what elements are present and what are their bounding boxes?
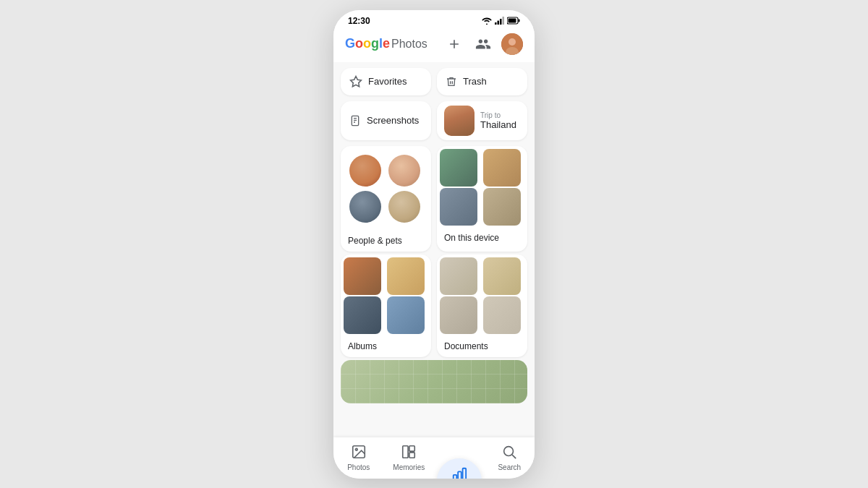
- people-icon: [475, 36, 491, 52]
- memories-nav-icon: [399, 442, 419, 462]
- thailand-thumb-bg: [444, 106, 475, 136]
- search-nav-label: Search: [498, 463, 521, 471]
- doc-photo-4: [483, 296, 521, 334]
- svg-rect-22: [462, 468, 466, 479]
- device-photo-2: [483, 149, 521, 187]
- nav-photos[interactable]: Photos: [333, 442, 384, 471]
- svg-point-8: [509, 38, 516, 46]
- svg-rect-17: [403, 445, 408, 458]
- svg-rect-20: [454, 475, 457, 479]
- second-tiles-row: Screenshots Trip to Thailand: [341, 101, 527, 140]
- star-icon: [349, 75, 362, 88]
- map-grid: [341, 360, 527, 403]
- quick-tiles-row: Favorites Trash: [341, 68, 527, 95]
- svg-rect-6: [509, 19, 516, 23]
- svg-point-23: [504, 446, 514, 455]
- status-time: 12:30: [348, 16, 370, 26]
- person-1: [349, 155, 381, 187]
- screenshots-tile[interactable]: Screenshots: [341, 101, 431, 140]
- plus-icon: [447, 37, 461, 51]
- svg-rect-1: [498, 21, 500, 25]
- thailand-info: Trip to Thailand: [480, 111, 516, 130]
- on-device-photos: [437, 146, 527, 228]
- device-photo-3: [440, 188, 477, 226]
- logo-o: o: [355, 36, 363, 51]
- people-pets-label: People & pets: [341, 231, 431, 252]
- on-device-label: On this device: [437, 228, 527, 249]
- collections-active-bubble: Collections: [437, 458, 482, 479]
- people-grid: [341, 146, 431, 231]
- album-photo-3: [344, 296, 381, 334]
- svg-rect-0: [495, 22, 497, 25]
- thailand-subtitle: Trip to: [480, 111, 516, 119]
- album-photo-1: [344, 257, 381, 295]
- nav-memories[interactable]: Memories: [384, 442, 435, 471]
- nav-search[interactable]: Search: [485, 442, 535, 471]
- signal-icon: [495, 17, 504, 25]
- documents-card[interactable]: Documents: [437, 254, 527, 357]
- section-row-2: Albums Documents: [341, 254, 527, 357]
- logo-o2: o: [363, 36, 371, 51]
- add-button[interactable]: [443, 33, 465, 55]
- screenshot-icon: [349, 114, 361, 127]
- trash-icon: [446, 75, 457, 88]
- doc-photo-2: [483, 257, 521, 295]
- svg-point-16: [355, 448, 357, 450]
- people-pets-card[interactable]: People & pets: [341, 146, 431, 252]
- documents-label: Documents: [437, 337, 527, 357]
- favorites-label: Favorites: [368, 76, 407, 87]
- section-row-1: People & pets On this device: [341, 146, 527, 252]
- svg-rect-5: [519, 20, 520, 22]
- album-photo-4: [387, 296, 425, 334]
- trash-tile[interactable]: Trash: [437, 68, 527, 95]
- bottom-nav: Photos Memories: [333, 437, 535, 479]
- svg-rect-21: [458, 471, 461, 478]
- svg-rect-19: [409, 452, 414, 457]
- albums-photos: [341, 254, 431, 337]
- screenshots-label: Screenshots: [367, 115, 419, 126]
- header-actions: [443, 33, 523, 55]
- logo-photos: Photos: [391, 38, 427, 51]
- logo-g: G: [345, 36, 355, 51]
- on-this-device-card[interactable]: On this device: [437, 146, 527, 252]
- status-bar: 12:30: [333, 10, 535, 29]
- avatar[interactable]: [501, 33, 523, 55]
- favorites-tile[interactable]: Favorites: [341, 68, 431, 95]
- app-header: G o o g l e Photos: [333, 29, 535, 62]
- wifi-icon: [482, 17, 492, 25]
- docs-photos: [437, 254, 527, 337]
- thailand-tile[interactable]: Trip to Thailand: [437, 101, 527, 140]
- logo-e: e: [383, 36, 390, 51]
- svg-rect-18: [409, 445, 414, 450]
- doc-photo-3: [440, 296, 477, 334]
- thailand-title: Thailand: [480, 119, 516, 130]
- logo-g2: g: [371, 36, 379, 51]
- phone-shell: 12:30 G o: [333, 10, 535, 479]
- device-photo-1: [440, 149, 477, 187]
- avatar-image: [501, 33, 523, 55]
- person-3: [349, 191, 381, 223]
- collections-nav-icon: [451, 466, 467, 479]
- svg-rect-2: [500, 19, 502, 25]
- photos-nav-icon: [349, 442, 369, 462]
- device-photo-4: [483, 188, 521, 226]
- memories-nav-label: Memories: [393, 463, 425, 471]
- album-photo-2: [387, 257, 425, 295]
- trash-label: Trash: [463, 76, 487, 87]
- person-2: [388, 155, 420, 187]
- albums-card[interactable]: Albums: [341, 254, 431, 357]
- map-section[interactable]: [341, 360, 527, 403]
- svg-rect-3: [503, 17, 505, 25]
- albums-label: Albums: [341, 337, 431, 357]
- svg-line-24: [512, 455, 516, 458]
- share-button[interactable]: [472, 33, 494, 55]
- app-logo: G o o g l e Photos: [345, 36, 427, 51]
- thailand-thumbnail: [444, 106, 475, 136]
- status-icons: [482, 17, 520, 25]
- main-content: Favorites Trash: [333, 62, 535, 437]
- svg-marker-10: [351, 76, 362, 86]
- doc-photo-1: [440, 257, 477, 295]
- search-nav-icon: [499, 442, 519, 462]
- battery-icon: [507, 17, 520, 25]
- person-4: [388, 191, 420, 223]
